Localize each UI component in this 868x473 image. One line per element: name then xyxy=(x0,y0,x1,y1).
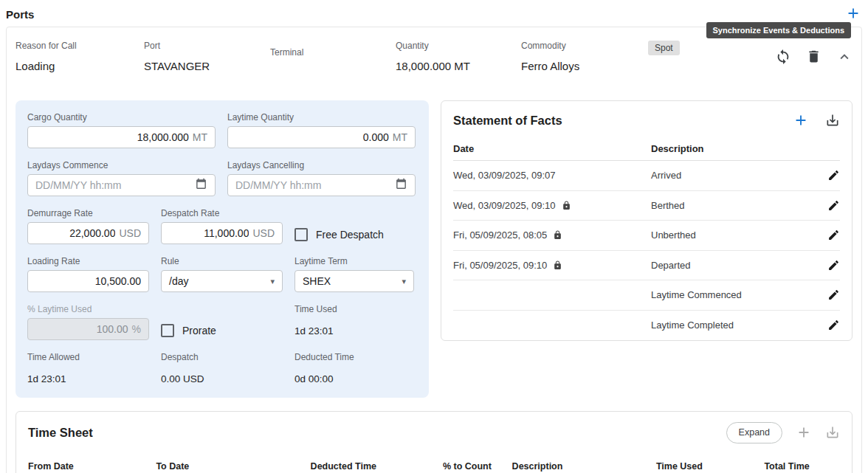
cargo-quantity-unit: MT xyxy=(193,131,207,143)
quantity-value: 18,000.000 MT xyxy=(396,60,521,72)
download-sof-button[interactable] xyxy=(825,113,840,128)
page-title: Ports xyxy=(6,8,34,21)
despatch-value: 0.00 USD xyxy=(161,373,283,384)
pct-laytime-used-unit: % xyxy=(132,323,141,335)
commodity-label: Commodity xyxy=(521,41,648,51)
add-port-button[interactable] xyxy=(844,5,862,23)
cargo-quantity-input[interactable] xyxy=(35,131,189,143)
time-sheet-column-headers: From Date To Date Deducted Time % to Cou… xyxy=(28,461,840,472)
port-col-reason: Reason for Call Loading xyxy=(16,41,144,72)
time-sheet-title: Time Sheet xyxy=(28,426,93,440)
ts-col-pct-to-count: % to Count xyxy=(443,461,512,472)
sof-description: Departed xyxy=(651,260,827,271)
ports-page: Ports Synchronize Events & Deductions Re… xyxy=(0,0,868,473)
trash-icon xyxy=(806,49,822,64)
caret-down-icon: ▾ xyxy=(270,277,275,286)
pct-laytime-used-field: % Laytime Used % xyxy=(27,304,149,340)
commodity-value: Ferro Alloys xyxy=(521,60,648,72)
ts-col-deducted-time: Deducted Time xyxy=(311,461,443,472)
checkbox-icon[interactable] xyxy=(294,228,308,241)
calendar-icon xyxy=(395,182,407,193)
laydays-commence-calendar-button[interactable] xyxy=(195,178,207,193)
laytime-term-field: Laytime Term SHEX ▾ xyxy=(294,256,414,292)
despatch-field: Despatch 0.00 USD xyxy=(161,352,283,384)
laydays-commence-label: Laydays Commence xyxy=(27,160,216,170)
edit-icon[interactable] xyxy=(827,259,840,272)
sof-column-headers: Date Description xyxy=(453,137,840,161)
sof-description: Unberthed xyxy=(651,229,827,241)
loading-rate-input[interactable] xyxy=(35,275,141,287)
calendar-icon xyxy=(195,182,207,193)
edit-icon[interactable] xyxy=(827,289,840,301)
deducted-time-value: 0d 00:00 xyxy=(294,373,414,384)
laytime-term-select[interactable]: SHEX ▾ xyxy=(294,270,414,292)
sof-row: Wed, 03/09/2025, 09:07 Arrived xyxy=(453,161,840,191)
lock-icon xyxy=(562,201,571,210)
demurrage-rate-input[interactable] xyxy=(35,227,115,239)
page-header: Ports xyxy=(6,4,862,24)
time-used-label: Time Used xyxy=(294,304,414,314)
prorate-checkbox[interactable]: Prorate xyxy=(161,321,283,340)
port-col-terminal: Terminal xyxy=(270,47,396,66)
plus-icon xyxy=(845,5,861,24)
add-timesheet-row-button[interactable] xyxy=(796,424,812,441)
free-despatch-label: Free Despatch xyxy=(316,229,384,241)
synchronize-button[interactable] xyxy=(775,49,791,65)
free-despatch-checkbox[interactable]: Free Despatch xyxy=(294,225,384,244)
laydays-cancelling-input[interactable] xyxy=(235,179,390,191)
despatch-rate-input[interactable] xyxy=(169,227,249,239)
download-icon xyxy=(825,425,840,440)
laytime-quantity-unit: MT xyxy=(393,131,407,143)
cargo-quantity-label: Cargo Quantity xyxy=(27,112,216,122)
download-timesheet-button[interactable] xyxy=(825,425,840,440)
edit-icon[interactable] xyxy=(827,319,840,331)
checkbox-icon[interactable] xyxy=(161,324,174,337)
expand-button[interactable]: Expand xyxy=(726,422,782,443)
laydays-cancelling-label: Laydays Cancelling xyxy=(227,160,416,170)
time-used-value: 1d 23:01 xyxy=(294,325,414,336)
spot-badge: Spot xyxy=(648,41,680,55)
port-col-commodity: Commodity Ferro Alloys xyxy=(521,41,648,72)
laytime-term-label: Laytime Term xyxy=(294,256,414,266)
laydays-cancelling-calendar-button[interactable] xyxy=(395,178,407,193)
plus-icon xyxy=(793,112,809,128)
laydays-commence-field: Laydays Commence xyxy=(27,160,216,196)
delete-port-button[interactable] xyxy=(806,49,822,64)
sof-col-description: Description xyxy=(651,143,704,154)
laydays-commence-input[interactable] xyxy=(35,179,190,191)
rule-field: Rule /day ▾ xyxy=(161,256,283,292)
rule-value: /day xyxy=(169,275,188,287)
loading-rate-label: Loading Rate xyxy=(27,256,149,266)
rule-select[interactable]: /day ▾ xyxy=(161,270,283,292)
laytime-panel: Cargo Quantity MT Laytime Quantity MT xyxy=(16,100,429,398)
port-col-quantity: Quantity 18,000.000 MT xyxy=(396,41,521,72)
sof-col-date: Date xyxy=(453,143,651,154)
ts-col-time-used: Time Used xyxy=(656,461,764,472)
sof-title: Statement of Facts xyxy=(453,114,562,128)
sof-description: Laytime Commenced xyxy=(651,289,827,300)
reason-for-call-label: Reason for Call xyxy=(16,41,144,51)
edit-icon[interactable] xyxy=(827,199,840,212)
caret-down-icon: ▾ xyxy=(402,277,406,286)
ts-col-total-time: Total Time xyxy=(764,461,840,472)
laytime-quantity-input[interactable] xyxy=(235,131,389,143)
time-used-field: Time Used 1d 23:01 xyxy=(294,304,414,340)
ts-col-description: Description xyxy=(512,461,656,472)
edit-icon[interactable] xyxy=(827,229,840,241)
collapse-port-button[interactable] xyxy=(836,49,852,65)
lock-icon xyxy=(553,260,562,270)
sof-header: Statement of Facts xyxy=(453,101,840,137)
time-sheet-card: Time Sheet Expand From D xyxy=(16,411,852,473)
terminal-label: Terminal xyxy=(270,47,396,58)
edit-icon[interactable] xyxy=(827,169,840,182)
plus-icon xyxy=(796,424,812,441)
add-sof-event-button[interactable] xyxy=(793,112,809,128)
sync-icon xyxy=(775,49,791,65)
tooltip-synchronize: Synchronize Events & Deductions xyxy=(706,22,851,38)
loading-rate-field: Loading Rate xyxy=(27,256,149,292)
sof-row: Laytime Commenced xyxy=(453,280,840,311)
sof-date-text: Fri, 05/09/2025, 08:05 xyxy=(453,229,547,241)
port-detail-row: Cargo Quantity MT Laytime Quantity MT xyxy=(16,100,852,398)
cargo-quantity-field: Cargo Quantity MT xyxy=(27,112,216,148)
port-card: Reason for Call Loading Port STAVANGER T… xyxy=(6,27,862,473)
